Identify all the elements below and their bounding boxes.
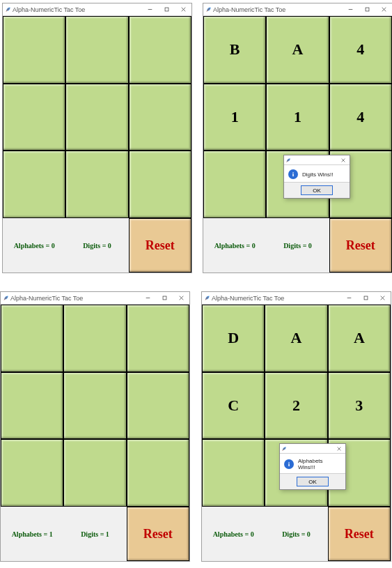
grid-cell[interactable]	[3, 151, 65, 218]
score-alphabets: Alphabets = 0	[3, 218, 65, 273]
app-window: Alpha-NumericTic Tac ToeDAAC23Alphabets …	[201, 291, 391, 562]
dialog-message: Digits Wins!!	[302, 171, 333, 178]
grid-cell[interactable]	[127, 439, 189, 507]
app-icon	[1, 295, 10, 301]
grid-cell[interactable]: 1	[266, 84, 329, 151]
dialog-footer: OK	[280, 473, 345, 489]
dialog-body: iDigits Wins!!	[284, 165, 350, 182]
close-button[interactable]	[375, 3, 392, 15]
grid-cell[interactable]: A	[328, 305, 391, 372]
grid-cell[interactable]	[63, 439, 126, 507]
close-button[interactable]	[374, 292, 391, 304]
window-controls	[342, 3, 392, 15]
grid-cell[interactable]	[129, 84, 191, 151]
svg-rect-1	[165, 8, 168, 11]
app-window: Alpha-NumericTic Tac ToeAlphabets = 0Dig…	[2, 3, 192, 273]
grid-cell[interactable]: B	[203, 16, 266, 84]
svg-rect-5	[366, 8, 369, 11]
grid-cell[interactable]	[1, 372, 63, 440]
grid-cell[interactable]: 4	[329, 16, 392, 84]
client-area: DAAC23Alphabets = 0Digits = 0Reset	[202, 305, 391, 561]
grid-cell[interactable]: A	[265, 305, 327, 372]
close-button[interactable]	[173, 292, 189, 304]
svg-rect-11	[163, 296, 166, 300]
grid-cell[interactable]: D	[202, 305, 265, 372]
reset-button[interactable]: Reset	[129, 218, 191, 273]
reset-button[interactable]: Reset	[329, 218, 392, 273]
reset-button[interactable]: Reset	[328, 507, 391, 561]
reset-button[interactable]: Reset	[127, 507, 189, 561]
grid-cell[interactable]	[127, 372, 189, 440]
grid-cell[interactable]	[3, 16, 65, 84]
window-title: Alpha-NumericTic Tac Toe	[10, 295, 139, 302]
score-digits: Digits = 0	[265, 507, 327, 561]
grid-cell[interactable]	[3, 84, 65, 151]
grid-cell[interactable]	[129, 151, 191, 218]
maximize-button[interactable]	[158, 3, 175, 15]
dialog-close-button[interactable]	[333, 447, 345, 451]
titlebar: Alpha-NumericTic Tac Toe	[3, 3, 191, 16]
grid-cell[interactable]: 3	[328, 372, 391, 440]
message-dialog: iAlphabets Wins!!!OK	[279, 443, 346, 490]
minimize-button[interactable]	[340, 292, 357, 304]
message-dialog: iDigits Wins!!OK	[283, 155, 350, 199]
grid-cell[interactable]: 1	[203, 84, 266, 151]
grid-cell[interactable]	[203, 151, 266, 218]
titlebar: Alpha-NumericTic Tac Toe	[1, 292, 189, 305]
close-button[interactable]	[175, 3, 191, 15]
info-icon: i	[284, 459, 294, 469]
grid-cell[interactable]	[127, 305, 189, 372]
dialog-ok-button[interactable]: OK	[297, 477, 329, 486]
score-digits: Digits = 1	[63, 507, 126, 561]
app-icon	[202, 295, 212, 301]
window-title: Alpha-NumericTic Tac Toe	[213, 6, 342, 13]
minimize-button[interactable]	[141, 3, 158, 15]
grid-cell[interactable]: 2	[265, 372, 327, 440]
grid-cell[interactable]: A	[266, 16, 329, 84]
grid-cell[interactable]: C	[202, 372, 265, 440]
dialog-footer: OK	[284, 182, 350, 198]
window-controls	[340, 292, 391, 304]
grid-cell[interactable]: 4	[329, 84, 392, 151]
dialog-app-icon	[284, 158, 292, 163]
score-digits: Digits = 0	[266, 218, 329, 273]
game-grid	[1, 305, 189, 507]
info-icon: i	[288, 169, 298, 179]
grid-cell[interactable]	[65, 151, 128, 218]
maximize-button[interactable]	[156, 292, 173, 304]
grid-cell[interactable]	[65, 84, 128, 151]
grid-cell[interactable]	[1, 305, 63, 372]
grid-cell[interactable]	[63, 372, 126, 440]
dialog-app-icon	[280, 446, 288, 452]
minimize-button[interactable]	[342, 3, 359, 15]
maximize-button[interactable]	[357, 292, 374, 304]
dialog-titlebar	[280, 444, 345, 454]
grid-cell[interactable]	[202, 439, 265, 507]
score-alphabets: Alphabets = 1	[1, 507, 63, 561]
client-area: Alphabets = 1Digits = 1Reset	[1, 305, 189, 561]
dialog-body: iAlphabets Wins!!!	[280, 454, 345, 473]
app-window: Alpha-NumericTic Tac ToeBA4114Alphabets …	[203, 3, 392, 273]
dialog-close-button[interactable]	[337, 158, 350, 162]
score-digits: Digits = 0	[65, 218, 128, 273]
window-title: Alpha-NumericTic Tac Toe	[13, 6, 141, 13]
footer: Alphabets = 1Digits = 1Reset	[1, 507, 189, 561]
grid-cell[interactable]	[129, 16, 191, 84]
minimize-button[interactable]	[139, 292, 156, 304]
grid-cell[interactable]	[65, 16, 128, 84]
client-area: BA4114Alphabets = 0Digits = 0Reset	[203, 16, 392, 273]
grid-cell[interactable]	[1, 439, 63, 507]
window-title: Alpha-NumericTic Tac Toe	[212, 295, 340, 302]
game-grid	[3, 16, 191, 218]
client-area: Alphabets = 0Digits = 0Reset	[3, 16, 191, 273]
footer: Alphabets = 0Digits = 0Reset	[202, 507, 391, 561]
window-controls	[141, 3, 191, 15]
dialog-message: Alphabets Wins!!!	[298, 458, 341, 470]
footer: Alphabets = 0Digits = 0Reset	[203, 218, 392, 273]
titlebar: Alpha-NumericTic Tac Toe	[203, 3, 392, 16]
score-alphabets: Alphabets = 0	[202, 507, 265, 561]
maximize-button[interactable]	[359, 3, 375, 15]
grid-cell[interactable]	[63, 305, 126, 372]
score-alphabets: Alphabets = 0	[203, 218, 266, 273]
dialog-ok-button[interactable]: OK	[301, 185, 333, 195]
